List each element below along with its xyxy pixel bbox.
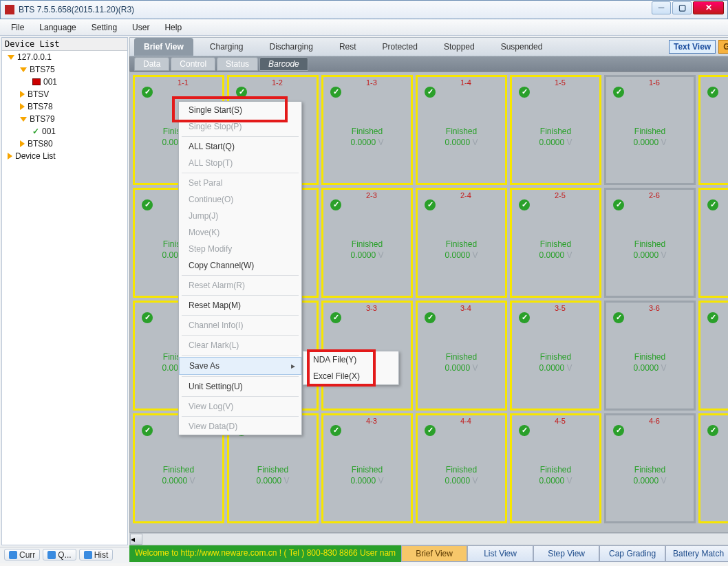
graph-view-button[interactable]: Graph View [718, 40, 728, 54]
tree-bts78[interactable]: BTS78 [2, 100, 127, 113]
sidebar-header: Device List [2, 38, 127, 51]
channel-cell[interactable]: 3-5✓Finished0.0000 V [510, 301, 601, 411]
channel-cell[interactable]: ✓Finished0.0000 V [698, 413, 728, 523]
ctx-set-paral: Set Paral [179, 175, 301, 191]
tab-protected[interactable]: Protected [373, 39, 427, 54]
channel-cell[interactable]: 4-4✓Finished0.0000 V [416, 413, 507, 523]
check-icon: ✓ [425, 199, 436, 210]
check-icon: ✓ [707, 87, 718, 98]
scrollbar-left-button[interactable]: ◂ [130, 534, 142, 545]
channel-cell[interactable]: 3-6✓Finished0.0000 V [604, 301, 696, 411]
cell-label: 3-5 [555, 304, 566, 312]
menu-language[interactable]: Language [32, 21, 83, 34]
cell-status: Finished [512, 239, 599, 249]
submenu-nda-file[interactable]: NDA File(Y) [303, 351, 398, 368]
check-icon: ✓ [425, 425, 436, 436]
channel-cell[interactable]: ✓Finished0.0000 V [698, 188, 728, 298]
save-as-submenu: NDA File(Y) Excel File(X) [303, 351, 399, 385]
tab-charging[interactable]: Charging [200, 39, 253, 54]
cell-value: 0.0000 V [323, 476, 411, 486]
footer-step-view[interactable]: Step View [533, 545, 599, 562]
cell-label: 2-3 [366, 191, 377, 199]
menu-setting[interactable]: Setting [85, 21, 124, 34]
tree-btsv[interactable]: BTSV [2, 88, 127, 100]
tab-discharging[interactable]: Discharging [260, 39, 323, 54]
channel-cell[interactable]: ✓Finished0.0000 V [698, 301, 728, 411]
context-menu: Single Start(S) Single Stop(P) ALL Start… [178, 101, 302, 435]
footer-bar: Welcome to http://www.neware.com.cn ! ( … [129, 545, 728, 562]
cell-label: 2-6 [649, 191, 660, 199]
channel-cell[interactable]: 4-3✓Finished0.0000 V [321, 413, 413, 523]
ctx-reset-map[interactable]: Reset Map(M) [179, 297, 301, 314]
channel-cell[interactable]: 1-6✓Finished0.0000 V [604, 75, 696, 185]
channel-cell[interactable]: 3-4✓Finished0.0000 V [416, 301, 507, 411]
ctx-all-start[interactable]: ALL Start(Q) [179, 138, 301, 155]
menu-help[interactable]: Help [158, 21, 189, 34]
channel-cell[interactable]: 2-5✓Finished0.0000 V [510, 188, 601, 298]
primary-tab-bar: Brief View Charging Discharging Rest Pro… [129, 37, 728, 56]
tab-suspended[interactable]: Suspended [491, 39, 553, 54]
cell-value: 0.0000 V [418, 250, 505, 260]
tab-barcode[interactable]: Barcode [259, 57, 308, 71]
channel-cell[interactable]: 1-4✓Finished0.0000 V [416, 75, 507, 185]
cell-label: 2-5 [555, 191, 566, 199]
tree-bts79-001[interactable]: ✓001 [2, 125, 127, 138]
check-icon: ✓ [142, 425, 153, 436]
footer-battery-match[interactable]: Battery Match [665, 545, 728, 562]
tree-bts75-001[interactable]: 001 [2, 76, 127, 88]
menu-user[interactable]: User [125, 21, 156, 34]
tree-root[interactable]: 127.0.0.1 [2, 51, 127, 63]
tree-bts75[interactable]: BTS75 [2, 63, 127, 76]
submenu-excel-file[interactable]: Excel File(X) [303, 368, 398, 384]
tab-stopped[interactable]: Stopped [434, 39, 484, 54]
menu-file[interactable]: File [4, 21, 31, 34]
footer-cap-grading[interactable]: Cap Grading [599, 545, 665, 562]
cell-status: Finished [418, 239, 505, 249]
cell-value: 0.0000 V [606, 476, 694, 486]
footer-brief-view[interactable]: Brief View [401, 545, 467, 562]
cell-status: Finished [418, 465, 505, 475]
cell-status: Finished [418, 127, 505, 136]
ctx-single-start[interactable]: Single Start(S) [179, 102, 301, 118]
cell-label: 4-3 [366, 417, 377, 425]
ctx-unit-setting[interactable]: Unit Setting(U) [179, 378, 301, 395]
curr-button[interactable]: Curr [4, 549, 40, 560]
channel-cell[interactable]: 2-3✓Finished0.0000 V [321, 188, 413, 298]
channel-cell[interactable]: 4-5✓Finished0.0000 V [510, 413, 601, 523]
tab-control[interactable]: Control [171, 57, 215, 71]
channel-cell[interactable]: 1-5✓Finished0.0000 V [510, 75, 601, 185]
cell-label: 3-6 [649, 304, 660, 312]
tab-status[interactable]: Status [217, 57, 258, 71]
check-icon: ✓ [613, 425, 624, 436]
channel-cell[interactable]: ✓Finished0.0000 V [698, 75, 728, 185]
channel-cell[interactable]: 2-4✓Finished0.0000 V [416, 188, 507, 298]
minimize-button[interactable]: ─ [652, 1, 671, 14]
text-view-button[interactable]: Text View [669, 40, 716, 54]
ctx-copy-channel[interactable]: Copy Channel(W) [179, 257, 301, 274]
horizontal-scrollbar[interactable]: ◂ [129, 533, 728, 545]
footer-list-view[interactable]: List View [467, 545, 533, 562]
tab-brief-view[interactable]: Brief View [134, 38, 193, 56]
maximize-button[interactable]: ▢ [672, 1, 692, 14]
ctx-save-as[interactable]: Save As [179, 357, 301, 375]
tab-rest[interactable]: Rest [330, 39, 366, 54]
tree-bts80[interactable]: BTS80 [2, 138, 127, 150]
app-icon [5, 5, 14, 14]
secondary-tab-bar: Data Control Status Barcode [129, 56, 728, 72]
ctx-reset-alarm: Reset Alarm(R) [179, 277, 301, 294]
channel-cell[interactable]: 1-3✓Finished0.0000 V [321, 75, 413, 185]
tree-devicelist[interactable]: Device List [2, 150, 127, 162]
channel-cell[interactable]: 4-6✓Finished0.0000 V [604, 413, 696, 523]
tree-bts79[interactable]: BTS79 [2, 113, 127, 125]
tab-data[interactable]: Data [134, 57, 169, 71]
cell-label: 4-6 [649, 417, 660, 425]
q-button[interactable]: Q... [43, 549, 76, 560]
cell-label: 1-4 [460, 78, 471, 87]
close-button[interactable]: ✕ [693, 1, 724, 14]
channel-cell[interactable]: 2-6✓Finished0.0000 V [604, 188, 696, 298]
ctx-view-data: View Data(D) [179, 418, 301, 435]
check-icon: ✓ [330, 312, 341, 323]
cell-status: Finished [606, 127, 694, 136]
hist-button[interactable]: Hist [79, 549, 114, 560]
cell-status: Finished [606, 239, 694, 249]
